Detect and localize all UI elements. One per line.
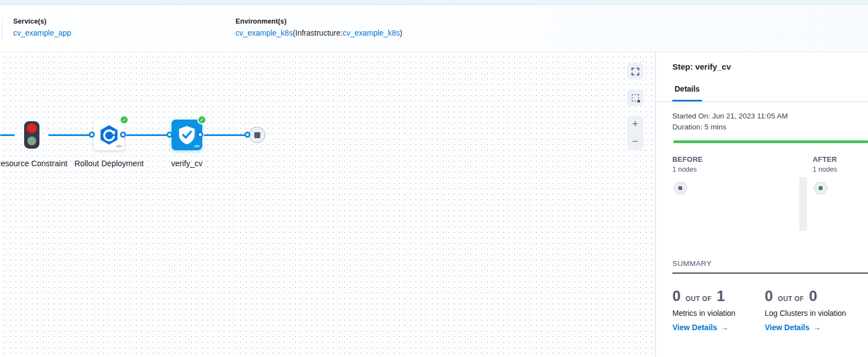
node-label-verify-cv: verify_cv <box>149 158 225 169</box>
success-check-badge: ✓ <box>119 115 129 124</box>
started-on-text: Started On: Jun 21, 2023 11:05 AM <box>672 111 857 122</box>
zoom-out-button[interactable]: − <box>632 137 638 146</box>
app-window: Service(s) cv_example_app Environment(s)… <box>0 0 868 357</box>
service-link[interactable]: cv_example_app <box>13 29 71 37</box>
port-rollout-in <box>89 132 95 138</box>
execution-context-bar: Service(s) cv_example_app Environment(s)… <box>0 5 868 52</box>
tab-details[interactable]: Details <box>672 84 702 101</box>
before-after-comparison: BEFORE 1 nodes AFTER 1 nodes <box>672 155 857 250</box>
log-clusters-view-details-link[interactable]: View Details → <box>765 322 821 332</box>
metrics-violation-card: 0 OUT OF 1 Metrics in violation View Det… <box>672 288 765 332</box>
port-rollout-out <box>120 132 126 138</box>
service-label: Service(s) <box>13 18 71 25</box>
duration-text: Duration: 5 mins <box>672 122 857 133</box>
code-icon: </​> <box>194 144 199 149</box>
arrow-right-icon: → <box>720 322 728 332</box>
edge-constraint-to-rollout <box>48 134 92 136</box>
metrics-total-count: 1 <box>717 288 725 305</box>
service-group: Service(s) cv_example_app <box>13 5 71 37</box>
view-details-text: View Details <box>765 323 809 332</box>
node-end[interactable] <box>249 127 265 143</box>
summary-title: SUMMARY <box>672 259 868 274</box>
pipeline-canvas[interactable]: ✓ </​> ✓ </​> Resource Constraint <box>0 52 655 356</box>
log-clusters-violation-label: Log Clusters in violation <box>765 309 858 318</box>
edge-rollout-to-verify <box>126 134 170 136</box>
marquee-select-icon <box>632 94 639 101</box>
step-details-panel: Step: verify_cv Details Started On: Jun … <box>655 52 868 357</box>
log-clusters-violation-count: 0 <box>765 288 773 305</box>
metrics-violation-label: Metrics in violation <box>672 309 765 318</box>
metrics-violation-count: 0 <box>672 288 681 305</box>
panel-tabs: Details <box>672 84 857 101</box>
view-details-text: View Details <box>672 323 717 332</box>
hexagon-node-icon <box>813 182 829 195</box>
fullscreen-icon <box>631 67 639 76</box>
out-of-label: OUT OF <box>686 295 712 303</box>
before-list-scrollbar[interactable] <box>800 177 807 231</box>
infrastructure-suffix: ) <box>399 29 402 37</box>
out-of-label: OUT OF <box>778 295 804 303</box>
verify-shield-icon <box>176 124 197 145</box>
edge-incoming <box>0 134 15 136</box>
stop-square-icon <box>254 132 260 138</box>
summary-section: SUMMARY 0 OUT OF 1 Metrics in violation … <box>672 259 857 332</box>
marquee-select-button[interactable] <box>627 89 643 106</box>
step-title: Step: verify_cv <box>672 62 857 71</box>
hexagon-node-icon <box>672 182 688 195</box>
rollout-deployment-icon <box>99 124 119 145</box>
environment-label: Environment(s) <box>236 18 402 25</box>
port-verify-out <box>197 132 203 138</box>
traffic-green-light-icon <box>27 137 36 145</box>
port-verify-in <box>167 132 173 138</box>
after-column: AFTER 1 nodes <box>807 155 857 250</box>
before-node-count: 1 nodes <box>672 166 800 173</box>
port-end-in <box>244 132 250 138</box>
log-clusters-violation-card: 0 OUT OF 0 Log Clusters in violation Vie… <box>765 288 858 332</box>
arrow-right-icon: → <box>813 322 821 332</box>
before-column: BEFORE 1 nodes <box>672 155 800 250</box>
code-icon: </​> <box>116 144 122 149</box>
zoom-in-button[interactable]: + <box>632 119 638 129</box>
duration-progress-bar <box>673 140 868 143</box>
after-node-hexagon[interactable] <box>813 182 857 197</box>
after-title: AFTER <box>813 155 857 163</box>
traffic-red-light-icon <box>27 123 37 133</box>
before-title: BEFORE <box>672 155 800 163</box>
before-node-hexagon[interactable] <box>672 182 800 197</box>
environment-group: Environment(s) cv_example_k8s(Infrastruc… <box>236 5 402 37</box>
node-label-resource-constraint: Resource Constraint <box>0 158 70 169</box>
header-left-divider <box>2 18 2 40</box>
node-label-rollout-deployment: Rollout Deployment <box>71 158 147 169</box>
edge-verify-to-end <box>204 134 248 136</box>
success-check-badge: ✓ <box>197 115 207 124</box>
log-clusters-total-count: 0 <box>809 288 817 305</box>
environment-link[interactable]: cv_example_k8s <box>236 29 293 37</box>
zoom-controls: + − <box>627 116 643 150</box>
top-strip <box>0 0 868 5</box>
metrics-view-details-link[interactable]: View Details → <box>672 322 728 332</box>
infrastructure-link[interactable]: cv_example_k8s <box>342 29 399 37</box>
infrastructure-prefix: (Infrastructure: <box>293 29 342 37</box>
node-resource-constraint[interactable] <box>24 121 39 149</box>
after-node-count: 1 nodes <box>813 166 857 173</box>
fullscreen-button[interactable] <box>627 63 643 80</box>
